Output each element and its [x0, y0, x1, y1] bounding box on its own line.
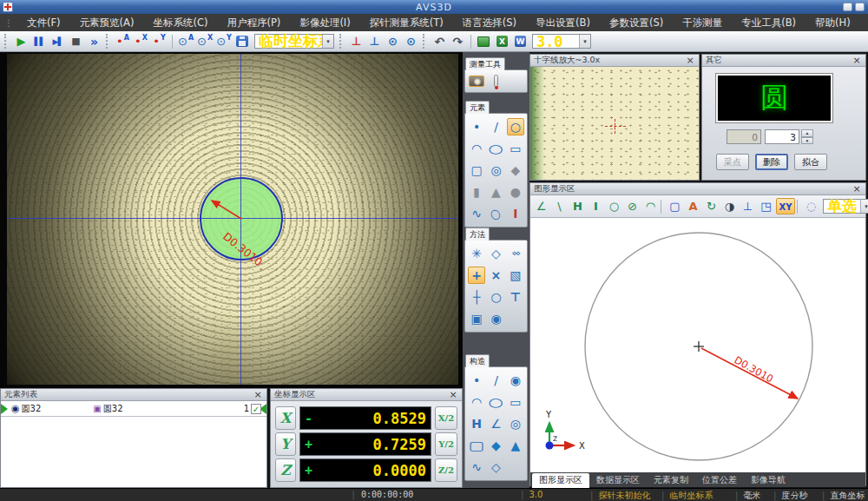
- goto-axis-x-button[interactable]: ⊙X: [196, 33, 214, 50]
- point-tool[interactable]: •: [468, 118, 485, 135]
- gear-icon[interactable]: ◌: [803, 198, 819, 214]
- circle-scan-tool[interactable]: ○: [487, 288, 504, 306]
- word-export-button[interactable]: W: [512, 33, 529, 50]
- element-name[interactable]: 圆32: [22, 403, 42, 415]
- diamond-tool[interactable]: ◆: [507, 162, 524, 179]
- slot-tool[interactable]: ▢: [468, 162, 485, 179]
- menu-item-7[interactable]: 导出设置(B): [526, 14, 600, 31]
- element-name[interactable]: 圆32: [103, 403, 123, 415]
- image-export-button[interactable]: [476, 33, 492, 50]
- coord-z-button[interactable]: Z: [275, 458, 296, 482]
- ring-construct[interactable]: ◎: [507, 415, 524, 432]
- stop-button[interactable]: ■: [68, 33, 84, 50]
- graphics-tab-0[interactable]: 图形显示区: [532, 473, 589, 488]
- ellipse-construct[interactable]: ○: [483, 393, 508, 411]
- menu-item-5[interactable]: 探针测量系统(T): [360, 14, 453, 31]
- close-icon[interactable]: ×: [685, 55, 695, 66]
- cone-construct[interactable]: ▲: [507, 437, 524, 454]
- tab-methods[interactable]: 方法: [465, 227, 490, 241]
- zero-axis-y-button[interactable]: •Y: [151, 33, 168, 50]
- target-count-field[interactable]: 3: [765, 129, 799, 144]
- element-list-row[interactable]: ◉ 圆32 ▣ 圆32 1 ✓: [1, 401, 266, 417]
- menu-item-9[interactable]: 干涉测量: [673, 14, 732, 31]
- coord-system-dropdown[interactable]: 临时坐标系 ▾: [254, 34, 334, 49]
- graphics-canvas[interactable]: D0.3010 Y X Z: [530, 218, 865, 472]
- run-button[interactable]: ▶: [13, 33, 30, 50]
- arc-measure-icon[interactable]: ◠: [642, 198, 659, 214]
- menu-item-0[interactable]: 文件(F): [17, 14, 70, 31]
- redo-button[interactable]: ↷: [450, 33, 466, 50]
- fast-forward-button[interactable]: »: [86, 33, 102, 50]
- slot-construct[interactable]: ▢: [464, 437, 489, 454]
- rect-construct[interactable]: ▭: [507, 393, 524, 411]
- diameter-measure-icon[interactable]: ⊘: [624, 198, 641, 214]
- width-tool[interactable]: I: [507, 205, 524, 222]
- goto-axis-a-button[interactable]: ⊙A: [177, 33, 194, 50]
- coord-y-button[interactable]: Y: [275, 432, 296, 456]
- graphics-tab-4[interactable]: 影像导航: [744, 473, 792, 488]
- circle-tool[interactable]: ○: [507, 118, 524, 135]
- element-list-body[interactable]: [1, 417, 266, 487]
- cone-tool[interactable]: ▲: [487, 183, 504, 201]
- close-icon[interactable]: ×: [852, 55, 862, 66]
- graphics-tab-1[interactable]: 数据显示区: [589, 473, 647, 488]
- fit-selection-icon[interactable]: ▢: [667, 198, 683, 214]
- plane-construct[interactable]: ◆: [487, 437, 504, 454]
- axis-origin-button[interactable]: ⊥: [348, 33, 365, 50]
- menu-item-11[interactable]: 帮助(H): [806, 14, 860, 31]
- rotate-view-icon[interactable]: ↻: [703, 198, 720, 214]
- tab-elements[interactable]: 元素: [465, 101, 490, 114]
- close-icon[interactable]: ×: [852, 183, 862, 194]
- zero-axis-a-button[interactable]: •A: [115, 33, 131, 50]
- vdist-measure-icon[interactable]: I: [588, 198, 604, 214]
- rect-tool[interactable]: ▭: [507, 140, 524, 157]
- angle-construct[interactable]: ∠: [487, 415, 504, 432]
- camera-live-view[interactable]: D0.3010: [7, 54, 458, 385]
- angle-measure-icon[interactable]: ∠: [533, 198, 549, 214]
- hdist-measure-icon[interactable]: H: [569, 198, 586, 214]
- coord-z-half-button[interactable]: Z/2: [435, 458, 457, 482]
- excel-export-button[interactable]: X: [494, 33, 510, 50]
- polygon-construct[interactable]: ◇: [487, 458, 504, 476]
- visibility-icon[interactable]: ◑: [721, 198, 738, 214]
- diamond-pair-tool[interactable]: ⋄⋄: [507, 245, 524, 262]
- circle-construct[interactable]: ◉: [507, 372, 524, 389]
- diamond-scan-tool[interactable]: ◇: [487, 245, 504, 262]
- ellipse-tool[interactable]: ○: [483, 140, 508, 157]
- circle-measure-icon[interactable]: ○: [606, 198, 622, 214]
- menu-item-3[interactable]: 用户程序(P): [217, 14, 290, 31]
- undo-button[interactable]: ↶: [431, 33, 448, 50]
- cylinder-tool[interactable]: ▮: [468, 183, 485, 201]
- line-construct[interactable]: /: [487, 372, 504, 389]
- point-construct[interactable]: •: [468, 372, 485, 389]
- graphics-tab-2[interactable]: 元素复制: [647, 473, 695, 488]
- coord-y-half-button[interactable]: Y/2: [435, 432, 457, 456]
- text-label-icon[interactable]: A: [685, 198, 701, 214]
- polyline-construct[interactable]: ∿: [468, 458, 485, 476]
- star-scan-tool[interactable]: ✳: [468, 245, 485, 262]
- save-button[interactable]: [234, 33, 251, 50]
- distance-construct[interactable]: H: [468, 415, 485, 432]
- menu-item-8[interactable]: 参数设置(S): [600, 14, 673, 31]
- close-icon[interactable]: ×: [448, 389, 458, 400]
- close-window-button[interactable]: [855, 3, 865, 11]
- magnification-dropdown[interactable]: 3.0 ▾: [532, 34, 591, 49]
- axis-rotate-button-2[interactable]: ⊙: [403, 33, 419, 50]
- pause-button[interactable]: ▌▌: [31, 33, 48, 50]
- fit-button[interactable]: 拟合: [794, 154, 827, 170]
- probe-temp-icon[interactable]: [494, 75, 498, 88]
- coord-x-button[interactable]: X: [275, 406, 296, 430]
- edge-point-tool[interactable]: ×: [487, 267, 504, 284]
- goto-axis-y-button[interactable]: ⊙Y: [215, 33, 233, 50]
- graphics-tab-3[interactable]: 位置公差: [695, 473, 744, 488]
- closed-curve-tool[interactable]: ○: [487, 202, 506, 225]
- axis-rotate-button-1[interactable]: ⊙: [385, 33, 401, 50]
- menu-item-6[interactable]: 语言选择(S): [453, 14, 526, 31]
- sphere-tool[interactable]: ●: [507, 183, 524, 201]
- expand-left-icon[interactable]: [1, 404, 8, 414]
- zoom-region-icon[interactable]: ◳: [758, 198, 774, 214]
- coord-x-half-button[interactable]: X/2: [435, 406, 457, 430]
- element-checkbox[interactable]: ✓: [251, 404, 261, 414]
- step-button[interactable]: ▶▌: [49, 33, 66, 50]
- tab-construct[interactable]: 构造: [465, 354, 490, 367]
